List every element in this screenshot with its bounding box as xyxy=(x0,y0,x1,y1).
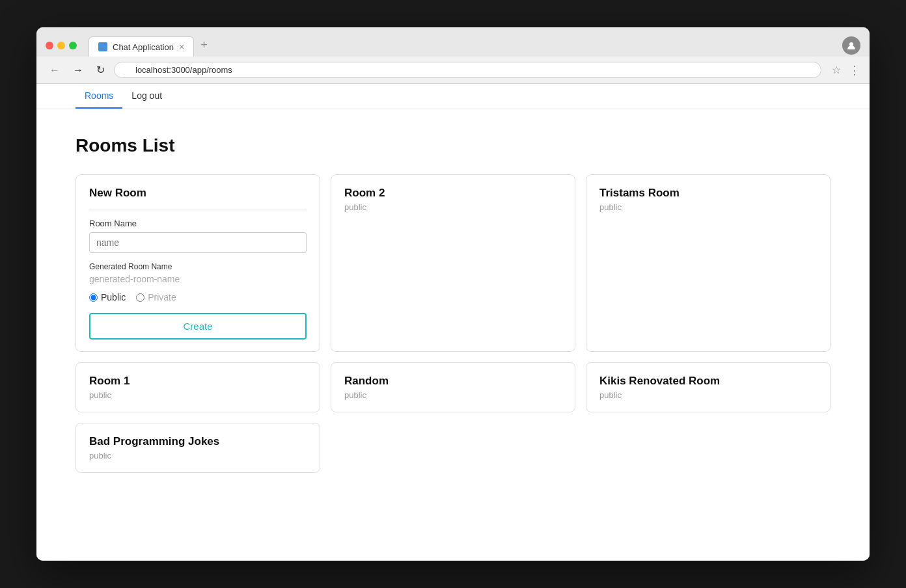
room-card-title: Tristams Room xyxy=(599,187,817,200)
room-card[interactable]: Random public xyxy=(331,362,575,412)
address-input[interactable] xyxy=(114,62,821,78)
radio-public-label[interactable]: Public xyxy=(89,292,126,302)
bookmark-icon[interactable]: ☆ xyxy=(832,64,841,76)
browser-menu-icon[interactable]: ⋮ xyxy=(849,63,860,77)
create-room-button[interactable]: Create xyxy=(89,313,307,340)
room-card[interactable]: Kikis Renovated Room public xyxy=(586,362,830,412)
room-name-label: Room Name xyxy=(89,219,307,228)
new-tab-button[interactable]: + xyxy=(194,34,214,57)
traffic-lights xyxy=(46,42,77,49)
room-card-title: Bad Programming Jokes xyxy=(89,435,307,448)
generated-room-name-label: Generated Room Name xyxy=(89,262,307,271)
radio-private-label[interactable]: Private xyxy=(136,292,176,302)
maximize-window-button[interactable] xyxy=(69,42,77,49)
address-bar: ← → ↻ ⓘ ☆ ⋮ xyxy=(36,57,870,84)
room-card[interactable]: Bad Programming Jokes public xyxy=(76,423,320,473)
tab-close-button[interactable]: × xyxy=(179,42,184,52)
page-content: Rooms List New Room Room Name Generated … xyxy=(36,109,870,561)
room-card[interactable]: Room 1 public xyxy=(76,362,320,412)
close-window-button[interactable] xyxy=(46,42,53,49)
radio-public-input[interactable] xyxy=(89,293,98,302)
radio-public-text: Public xyxy=(101,292,126,302)
room-card-subtitle: public xyxy=(344,202,562,212)
nav-item-logout[interactable]: Log out xyxy=(122,84,171,109)
address-wrapper: ⓘ xyxy=(114,62,821,78)
room-card-title: Random xyxy=(344,375,562,388)
nav-item-rooms[interactable]: Rooms xyxy=(76,84,122,109)
room-card-title: Kikis Renovated Room xyxy=(599,375,817,388)
room-card-title: Room 2 xyxy=(344,187,562,200)
back-button[interactable]: ← xyxy=(46,63,64,77)
reload-button[interactable]: ↻ xyxy=(92,62,109,77)
nav-menu: Rooms Log out xyxy=(36,84,870,109)
room-card-title: Room 1 xyxy=(89,375,307,388)
room-card-subtitle: public xyxy=(599,390,817,400)
rooms-grid: New Room Room Name Generated Room Name g… xyxy=(76,174,830,473)
tabs-bar: Chat Application × + xyxy=(89,34,837,57)
title-bar: Chat Application × + xyxy=(36,27,870,57)
new-room-card: New Room Room Name Generated Room Name g… xyxy=(76,174,320,352)
tab-title: Chat Application xyxy=(113,42,174,52)
visibility-radio-group: Public Private xyxy=(89,292,307,302)
room-card[interactable]: Room 2 public xyxy=(331,174,575,352)
browser-tab[interactable]: Chat Application × xyxy=(89,36,194,57)
room-name-input[interactable] xyxy=(89,232,307,253)
room-card-subtitle: public xyxy=(89,451,307,461)
new-room-title: New Room xyxy=(89,187,307,209)
generated-room-name-value: generated-room-name xyxy=(89,274,307,284)
tab-favicon xyxy=(98,42,107,51)
browser-profile-icon[interactable] xyxy=(842,36,860,55)
room-card-subtitle: public xyxy=(344,390,562,400)
room-card-subtitle: public xyxy=(599,202,817,212)
browser-window: Chat Application × + ← → ↻ ⓘ ☆ ⋮ Rooms L… xyxy=(36,27,870,561)
radio-private-input[interactable] xyxy=(136,293,144,302)
room-card-subtitle: public xyxy=(89,390,307,400)
minimize-window-button[interactable] xyxy=(57,42,65,49)
page-title: Rooms List xyxy=(76,135,830,156)
radio-private-text: Private xyxy=(148,292,176,302)
forward-button[interactable]: → xyxy=(69,63,87,77)
room-card[interactable]: Tristams Room public xyxy=(586,174,830,352)
